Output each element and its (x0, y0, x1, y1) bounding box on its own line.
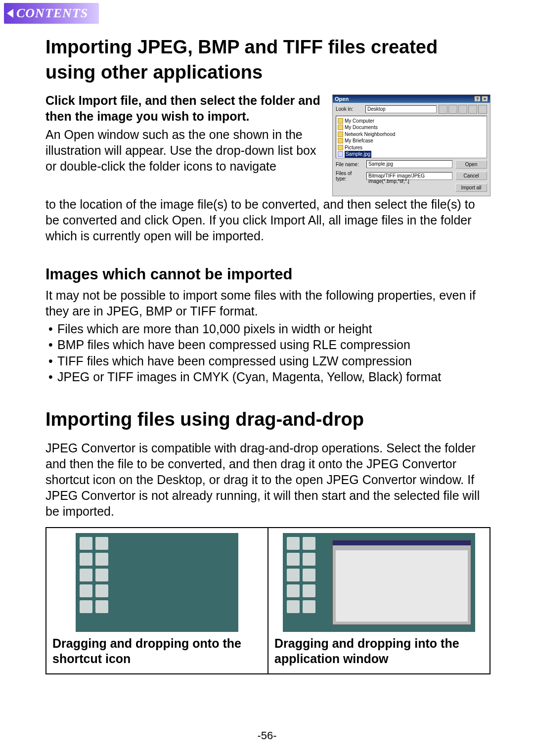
contents-label: CONTENTS (16, 6, 88, 21)
back-arrow-icon (7, 9, 13, 18)
close-icon[interactable]: × (482, 96, 488, 102)
desktop-icon (95, 600, 108, 613)
list-item: TIFF files which have been compressed us… (45, 353, 490, 369)
app-canvas (336, 550, 468, 622)
desktop-icon (287, 537, 300, 550)
desktop-icon (287, 569, 300, 581)
desktop-icon (287, 553, 300, 566)
folder-icon (338, 145, 343, 150)
heading-drag-and-drop: Importing files using drag-and-drop (45, 407, 490, 432)
body-cannot-import: It may not be possible to import some fi… (45, 287, 490, 319)
page-number: -56- (0, 729, 534, 742)
list-item[interactable]: My Computer (345, 118, 374, 125)
desktop-icon (303, 600, 315, 613)
desktop-icon (80, 537, 92, 550)
desktop-icon (287, 600, 300, 613)
file-icon (338, 151, 343, 157)
open-button[interactable]: Open (455, 160, 487, 169)
help-icon[interactable]: ? (474, 96, 481, 102)
heading-cannot-import: Images which cannot be imported (45, 266, 490, 283)
desktop-icon (80, 553, 92, 566)
list-item[interactable]: My Briefcase (345, 137, 373, 144)
desktop-icon (287, 584, 300, 597)
list-item[interactable]: Pictures (345, 144, 362, 151)
page-content: Importing JPEG, BMP and TIFF files creat… (45, 35, 490, 674)
list-item[interactable]: My Documents (345, 124, 378, 131)
desktop-icon[interactable] (448, 105, 457, 114)
app-window (332, 540, 471, 625)
folder-icon (338, 118, 343, 124)
contents-tab[interactable]: CONTENTS (4, 3, 99, 24)
heading-importing-files: Importing JPEG, BMP and TIFF files creat… (45, 35, 490, 86)
body-open-window-rest: to the location of the image file(s) to … (45, 196, 490, 244)
desktop-icon (80, 600, 92, 613)
list-item-selected[interactable]: Sample.jpg (345, 151, 371, 158)
dnd-cell-shortcut: Dragging and dropping onto the shortcut … (46, 528, 268, 674)
folder-icon (338, 138, 343, 143)
new-folder-icon[interactable] (458, 105, 467, 114)
desktop-icon (80, 584, 92, 597)
file-list[interactable]: My Computer My Documents Network Neighbo… (336, 116, 487, 158)
import-all-button[interactable]: Import all (455, 183, 487, 192)
lookin-select[interactable]: Desktop (365, 105, 437, 113)
folder-icon (338, 132, 343, 137)
up-folder-icon[interactable] (439, 105, 447, 114)
open-dialog-illustration: Open ? × Look in: Desktop (332, 94, 490, 196)
dialog-title: Open (335, 96, 349, 102)
filename-label: File name: (336, 162, 363, 167)
lookin-label: Look in: (336, 106, 363, 112)
dnd-cell-window: Dragging and dropping into the applicati… (268, 528, 490, 674)
details-view-icon[interactable] (478, 105, 487, 114)
lookin-value: Desktop (367, 106, 386, 112)
desktop-icon (95, 553, 108, 566)
desktop-icon (95, 569, 108, 581)
app-titlebar (333, 540, 471, 545)
caption-shortcut: Dragging and dropping onto the shortcut … (52, 636, 262, 667)
list-view-icon[interactable] (468, 105, 477, 114)
filetype-select[interactable]: Bitmap/TIFF image/JPEG image(*.bmp;*tif;… (366, 172, 452, 180)
caption-window: Dragging and dropping into the applicati… (274, 636, 484, 667)
list-item: BMP files which have been compressed usi… (45, 337, 490, 353)
body-drag-and-drop: JPEG Convertor is compatible with drag-a… (45, 440, 490, 519)
body-open-window-partial: An Open window such as the one shown in … (45, 127, 322, 174)
folder-icon (338, 125, 343, 130)
desktop-icon (303, 569, 315, 581)
list-item[interactable]: Network Neighborhood (345, 131, 395, 138)
filename-input[interactable]: Sample.jpg (366, 160, 452, 168)
drag-drop-illustration-grid: Dragging and dropping onto the shortcut … (45, 527, 490, 675)
desktop-icon (303, 584, 315, 597)
desktop-shortcut-illustration (76, 533, 239, 632)
desktop-icon (95, 537, 108, 550)
cancel-button[interactable]: Cancel (455, 172, 487, 180)
desktop-icon (303, 537, 315, 550)
lead-instruction: Click Import file, and then select the f… (45, 92, 322, 125)
desktop-appwindow-illustration (283, 533, 475, 632)
cannot-import-list: Files which are more than 10,000 pixels … (45, 321, 490, 385)
filetype-label: Files of type: (336, 171, 363, 181)
desktop-icon (95, 584, 108, 597)
list-item: JPEG or TIFF images in CMYK (Cyan, Magen… (45, 369, 490, 385)
desktop-icon (80, 569, 92, 581)
list-item: Files which are more than 10,000 pixels … (45, 321, 490, 337)
desktop-icon (303, 553, 315, 566)
dialog-titlebar: Open ? × (333, 95, 490, 103)
